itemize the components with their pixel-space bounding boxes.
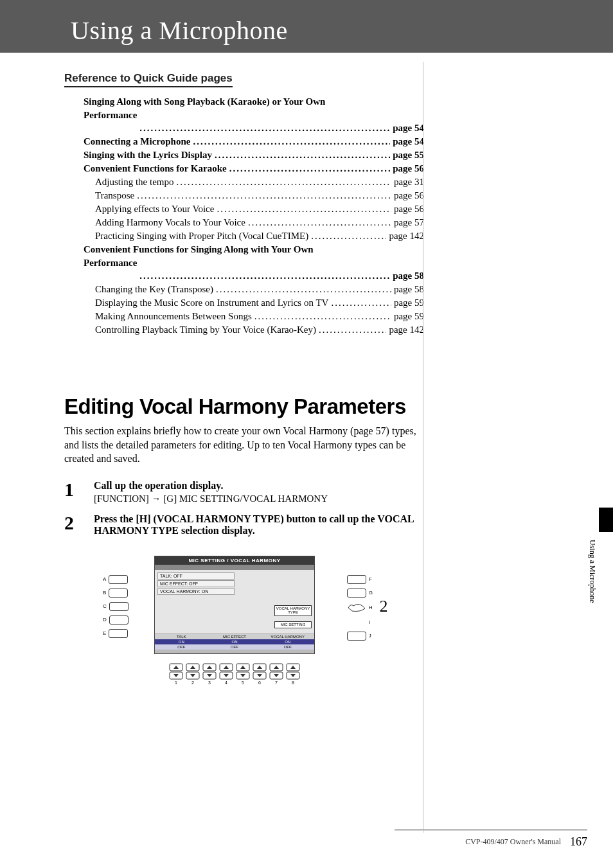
toc-dots xyxy=(319,323,386,337)
toc-item: Adding Harmony Vocals to Your Voicepage … xyxy=(84,216,424,229)
toc-dots xyxy=(254,310,391,323)
toc-dots xyxy=(215,148,390,162)
toc-text: Singing with the Lyrics Display xyxy=(84,148,212,162)
info-harmony: VOCAL HARMONY: ON xyxy=(157,588,235,595)
toc-text: Convenient Functions for Karaoke xyxy=(84,162,227,175)
toc-dots xyxy=(139,269,390,283)
section-intro: This section explains briefly how to cre… xyxy=(64,424,424,466)
lcd-spacer xyxy=(155,565,314,570)
key-d: D xyxy=(103,616,129,624)
toc-item: Practicing Singing with Proper Pitch (Vo… xyxy=(84,229,424,243)
updown-3: 3 xyxy=(202,663,217,685)
toc-page: page 59 xyxy=(394,310,424,323)
toc-item: Connecting a Microphonepage 54 xyxy=(84,135,424,148)
key-button xyxy=(109,629,128,638)
callout-number: 2 xyxy=(373,597,395,616)
step-number: 1 xyxy=(64,480,94,499)
thumb-index xyxy=(599,508,613,532)
toc-page: page 55 xyxy=(393,148,424,162)
toc-dots xyxy=(331,296,391,310)
updown-2: 2 xyxy=(186,663,200,685)
toc-page: page 58 xyxy=(394,283,424,296)
reference-heading: Reference to Quick Guide pages xyxy=(64,72,233,87)
toc-page: page 58 xyxy=(393,269,424,283)
toc-dots xyxy=(193,135,390,148)
toc-text: Adding Harmony Vocals to Your Voice xyxy=(95,216,245,229)
toc-text: Displaying the Music Score on Instrument… xyxy=(95,296,328,310)
toc-text: Changing the Key (Transpose) xyxy=(95,283,213,296)
key-b: B xyxy=(103,589,129,598)
toc-text: Controlling Playback Timing by Your Voic… xyxy=(95,323,316,337)
toc-item: Convenient Functions for Karaokepage 56 xyxy=(84,162,424,175)
updown-4: 4 xyxy=(219,663,233,685)
key-j: J xyxy=(347,632,373,641)
toc-text: Making Announcements Between Songs xyxy=(95,310,252,323)
display-panel: A B C D E MIC SETTING / VOCAL HARMONY TA… xyxy=(103,556,366,685)
steps: 1 Call up the operation display. [FUNCTI… xyxy=(64,480,424,536)
toc-text: Convenient Functions for Singing Along w… xyxy=(84,243,353,270)
key-c: C xyxy=(103,602,129,611)
lcd-screen: MIC SETTING / VOCAL HARMONY TALK: OFF MI… xyxy=(154,556,315,654)
section-title: Editing Vocal Harmony Parameters xyxy=(64,394,424,419)
lcd-right-buttons: VOCAL HARMONY TYPE MIC SETTING xyxy=(274,605,312,628)
key-button xyxy=(347,589,366,598)
updown-7: 7 xyxy=(269,663,283,685)
toc-page: page 56 xyxy=(394,202,424,216)
step-sub-b: [G] MIC SETTING/VOCAL HARMONY xyxy=(163,493,328,504)
toc-item: Making Announcements Between Songspage 5… xyxy=(84,310,424,323)
chapter-title: Using a Microphone xyxy=(0,0,613,46)
updown-1: 1 xyxy=(169,663,183,685)
info-effect: MIC EFFECT: OFF xyxy=(157,580,235,587)
step-1: 1 Call up the operation display. [FUNCTI… xyxy=(64,480,424,504)
toc-item: Singing with the Lyrics Displaypage 55 xyxy=(84,148,424,162)
left-keys: A B C D E xyxy=(103,575,129,638)
toc-dots xyxy=(229,162,391,175)
page-number: 167 xyxy=(570,835,587,849)
manual-name: CVP-409/407 Owner's Manual xyxy=(465,837,561,847)
toc-dots xyxy=(216,283,391,296)
arrow-icon: → xyxy=(152,493,161,504)
updown-8: 8 xyxy=(286,663,300,685)
toc-dots xyxy=(177,175,391,189)
key-button xyxy=(109,602,129,611)
step-sub-a: [FUNCTION] xyxy=(94,493,149,504)
toc-page: page 31 xyxy=(394,175,424,189)
toc-page: page 54 xyxy=(393,121,424,135)
toc-item: Performancepage 54 xyxy=(84,121,424,135)
toc-page: page 54 xyxy=(393,135,424,148)
callout: 2 xyxy=(373,594,395,616)
main-content: Reference to Quick Guide pages Singing A… xyxy=(0,53,424,685)
toc-item: Applying effects to Your Voicepage 56 xyxy=(84,202,424,216)
step-sub: [FUNCTION] → [G] MIC SETTING/VOCAL HARMO… xyxy=(94,493,424,504)
number-buttons: 1 2 3 4 5 6 7 8 xyxy=(103,663,366,685)
toc-text: Transpose xyxy=(95,189,134,202)
toc-dots xyxy=(248,216,391,229)
key-i: I xyxy=(347,618,373,627)
step-2: 2 Press the [H] (VOCAL HARMONY TYPE) but… xyxy=(64,513,424,536)
key-button xyxy=(109,575,128,584)
toc-item: Controlling Playback Timing by Your Voic… xyxy=(84,323,424,337)
toc-text: Connecting a Microphone xyxy=(84,135,190,148)
column-divider xyxy=(423,62,423,833)
toc-item: Convenient Functions for Singing Along w… xyxy=(84,243,424,270)
info-talk: TALK: OFF xyxy=(157,572,235,580)
toc-item: Singing Along with Song Playback (Karaok… xyxy=(84,95,424,122)
toc-page: page 57 xyxy=(394,216,424,229)
key-button xyxy=(347,575,366,584)
col-vocalharmony: VOCAL HARMONY ON OFF xyxy=(261,633,314,653)
side-tab: Using a Microphone xyxy=(580,508,599,623)
footer: CVP-409/407 Owner's Manual 167 xyxy=(465,835,587,849)
updown-5: 5 xyxy=(236,663,250,685)
step-number: 2 xyxy=(64,513,94,533)
lcd-body: TALK: OFF MIC EFFECT: OFF VOCAL HARMONY:… xyxy=(155,570,314,653)
toc-text: Practicing Singing with Proper Pitch (Vo… xyxy=(95,229,308,243)
hand-pointer-icon xyxy=(347,602,366,614)
toc-item: Performancepage 58 xyxy=(84,269,424,283)
key-button xyxy=(109,616,129,624)
btn-mic-setting: MIC SETTING xyxy=(274,621,312,628)
key-button xyxy=(109,589,128,598)
col-miceffect: MIC EFFECT ON OFF xyxy=(208,633,262,653)
lcd-bottom: TALK ON OFF MIC EFFECT ON OFF VOCAL HARM… xyxy=(155,633,314,653)
toc-dots xyxy=(139,121,390,135)
toc-dots xyxy=(217,202,391,216)
